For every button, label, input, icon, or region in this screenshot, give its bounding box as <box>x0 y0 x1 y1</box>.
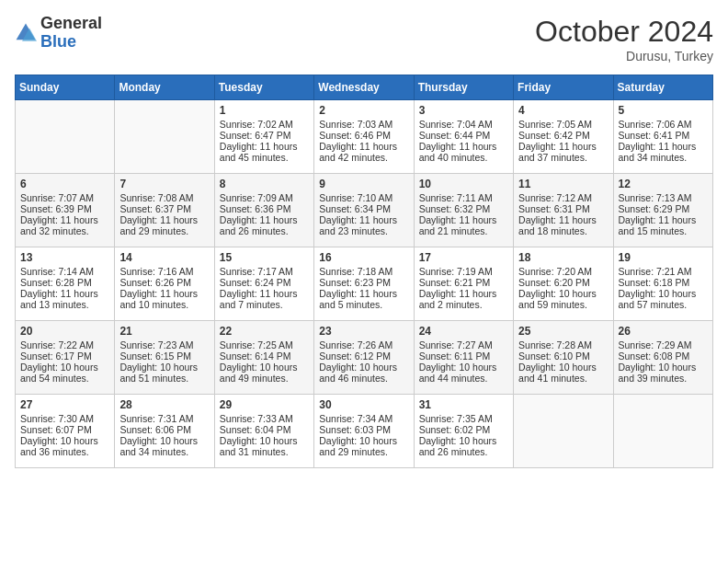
calendar-cell <box>115 100 214 174</box>
sunrise-text: Sunrise: 7:17 AM <box>220 266 309 277</box>
daylight-text: Daylight: 11 hours and 2 minutes. <box>419 288 508 310</box>
sunset-text: Sunset: 6:20 PM <box>518 277 608 288</box>
calendar-cell: 1Sunrise: 7:02 AMSunset: 6:47 PMDaylight… <box>214 100 313 174</box>
sunrise-text: Sunrise: 7:33 AM <box>220 413 309 424</box>
daylight-text: Daylight: 11 hours and 34 minutes. <box>619 141 708 163</box>
logo-text: General Blue <box>40 15 102 52</box>
sunset-text: Sunset: 6:28 PM <box>20 277 109 288</box>
sunset-text: Sunset: 6:23 PM <box>319 277 408 288</box>
sunrise-text: Sunrise: 7:31 AM <box>119 413 209 424</box>
day-number: 12 <box>619 178 708 190</box>
daylight-text: Daylight: 11 hours and 29 minutes. <box>119 214 209 236</box>
sunset-text: Sunset: 6:36 PM <box>220 203 309 214</box>
calendar-cell: 15Sunrise: 7:17 AMSunset: 6:24 PMDayligh… <box>214 247 313 321</box>
calendar-cell: 14Sunrise: 7:16 AMSunset: 6:26 PMDayligh… <box>115 247 214 321</box>
sunrise-text: Sunrise: 7:02 AM <box>220 119 309 130</box>
daylight-text: Daylight: 11 hours and 40 minutes. <box>419 141 508 163</box>
calendar-cell: 22Sunrise: 7:25 AMSunset: 6:14 PMDayligh… <box>214 321 313 395</box>
day-number: 19 <box>619 251 708 264</box>
day-number: 1 <box>220 104 309 117</box>
daylight-text: Daylight: 10 hours and 57 minutes. <box>619 288 708 310</box>
day-number: 11 <box>518 178 608 190</box>
sunset-text: Sunset: 6:04 PM <box>220 424 309 435</box>
day-number: 27 <box>20 398 109 411</box>
calendar-cell <box>16 100 115 174</box>
week-row-5: 27Sunrise: 7:30 AMSunset: 6:07 PMDayligh… <box>16 395 713 468</box>
calendar-cell: 30Sunrise: 7:34 AMSunset: 6:03 PMDayligh… <box>314 395 414 468</box>
daylight-text: Daylight: 10 hours and 44 minutes. <box>419 362 508 384</box>
week-row-1: 1Sunrise: 7:02 AMSunset: 6:47 PMDaylight… <box>16 100 713 174</box>
sunrise-text: Sunrise: 7:04 AM <box>419 119 508 130</box>
sunset-text: Sunset: 6:03 PM <box>319 424 408 435</box>
sunrise-text: Sunrise: 7:30 AM <box>20 413 109 424</box>
calendar-cell: 21Sunrise: 7:23 AMSunset: 6:15 PMDayligh… <box>115 321 214 395</box>
calendar-cell: 19Sunrise: 7:21 AMSunset: 6:18 PMDayligh… <box>613 247 712 321</box>
calendar-cell: 12Sunrise: 7:13 AMSunset: 6:29 PMDayligh… <box>613 174 712 247</box>
location: Durusu, Turkey <box>535 49 713 63</box>
daylight-text: Daylight: 11 hours and 21 minutes. <box>419 214 508 236</box>
sunrise-text: Sunrise: 7:11 AM <box>419 192 508 203</box>
daylight-text: Daylight: 10 hours and 34 minutes. <box>119 435 209 457</box>
calendar-cell: 6Sunrise: 7:07 AMSunset: 6:39 PMDaylight… <box>16 174 115 247</box>
sunrise-text: Sunrise: 7:07 AM <box>20 192 109 203</box>
logo: General Blue <box>15 15 102 52</box>
daylight-text: Daylight: 11 hours and 45 minutes. <box>220 141 309 163</box>
col-header-monday: Monday <box>115 75 214 100</box>
calendar-cell: 9Sunrise: 7:10 AMSunset: 6:34 PMDaylight… <box>314 174 414 247</box>
title-block: October 2024 Durusu, Turkey <box>535 15 713 63</box>
sunset-text: Sunset: 6:31 PM <box>518 203 608 214</box>
calendar-cell: 29Sunrise: 7:33 AMSunset: 6:04 PMDayligh… <box>214 395 313 468</box>
calendar-cell: 2Sunrise: 7:03 AMSunset: 6:46 PMDaylight… <box>314 100 414 174</box>
daylight-text: Daylight: 10 hours and 49 minutes. <box>220 362 309 384</box>
sunrise-text: Sunrise: 7:22 AM <box>20 339 109 350</box>
sunrise-text: Sunrise: 7:25 AM <box>220 339 309 350</box>
day-number: 13 <box>20 251 109 264</box>
day-number: 25 <box>518 325 608 338</box>
day-number: 26 <box>619 325 708 338</box>
daylight-text: Daylight: 11 hours and 5 minutes. <box>319 288 408 310</box>
calendar-cell: 16Sunrise: 7:18 AMSunset: 6:23 PMDayligh… <box>314 247 414 321</box>
sunrise-text: Sunrise: 7:13 AM <box>619 192 708 203</box>
sunset-text: Sunset: 6:11 PM <box>419 350 508 362</box>
daylight-text: Daylight: 10 hours and 59 minutes. <box>518 288 608 310</box>
day-number: 3 <box>419 104 508 117</box>
day-number: 15 <box>220 251 309 264</box>
day-number: 28 <box>119 398 209 411</box>
calendar-cell: 23Sunrise: 7:26 AMSunset: 6:12 PMDayligh… <box>314 321 414 395</box>
sunset-text: Sunset: 6:32 PM <box>419 203 508 214</box>
daylight-text: Daylight: 10 hours and 46 minutes. <box>319 362 408 384</box>
calendar-cell: 27Sunrise: 7:30 AMSunset: 6:07 PMDayligh… <box>16 395 115 468</box>
calendar-cell: 31Sunrise: 7:35 AMSunset: 6:02 PMDayligh… <box>414 395 513 468</box>
sunrise-text: Sunrise: 7:08 AM <box>119 192 209 203</box>
sunset-text: Sunset: 6:39 PM <box>20 203 109 214</box>
sunset-text: Sunset: 6:42 PM <box>518 130 608 141</box>
day-number: 22 <box>220 325 309 338</box>
daylight-text: Daylight: 10 hours and 36 minutes. <box>20 435 109 457</box>
daylight-text: Daylight: 10 hours and 41 minutes. <box>518 362 608 384</box>
sunrise-text: Sunrise: 7:35 AM <box>419 413 508 424</box>
logo-general: General <box>40 15 102 33</box>
daylight-text: Daylight: 11 hours and 7 minutes. <box>220 288 309 310</box>
col-header-friday: Friday <box>514 75 613 100</box>
sunset-text: Sunset: 6:47 PM <box>220 130 309 141</box>
sunset-text: Sunset: 6:17 PM <box>20 350 109 362</box>
day-number: 24 <box>419 325 508 338</box>
sunrise-text: Sunrise: 7:06 AM <box>619 119 708 130</box>
calendar-cell <box>613 395 712 468</box>
calendar-header: SundayMondayTuesdayWednesdayThursdayFrid… <box>16 75 713 100</box>
day-number: 9 <box>319 178 408 190</box>
col-header-tuesday: Tuesday <box>214 75 313 100</box>
daylight-text: Daylight: 10 hours and 26 minutes. <box>419 435 508 457</box>
sunset-text: Sunset: 6:15 PM <box>119 350 209 362</box>
day-number: 21 <box>119 325 209 338</box>
calendar-body: 1Sunrise: 7:02 AMSunset: 6:47 PMDaylight… <box>16 100 713 468</box>
week-row-4: 20Sunrise: 7:22 AMSunset: 6:17 PMDayligh… <box>16 321 713 395</box>
logo-icon <box>15 22 37 44</box>
logo-blue: Blue <box>40 33 102 52</box>
day-number: 29 <box>220 398 309 411</box>
calendar-cell: 24Sunrise: 7:27 AMSunset: 6:11 PMDayligh… <box>414 321 513 395</box>
calendar-cell: 10Sunrise: 7:11 AMSunset: 6:32 PMDayligh… <box>414 174 513 247</box>
day-number: 17 <box>419 251 508 264</box>
sunrise-text: Sunrise: 7:28 AM <box>518 339 608 350</box>
calendar-cell: 17Sunrise: 7:19 AMSunset: 6:21 PMDayligh… <box>414 247 513 321</box>
